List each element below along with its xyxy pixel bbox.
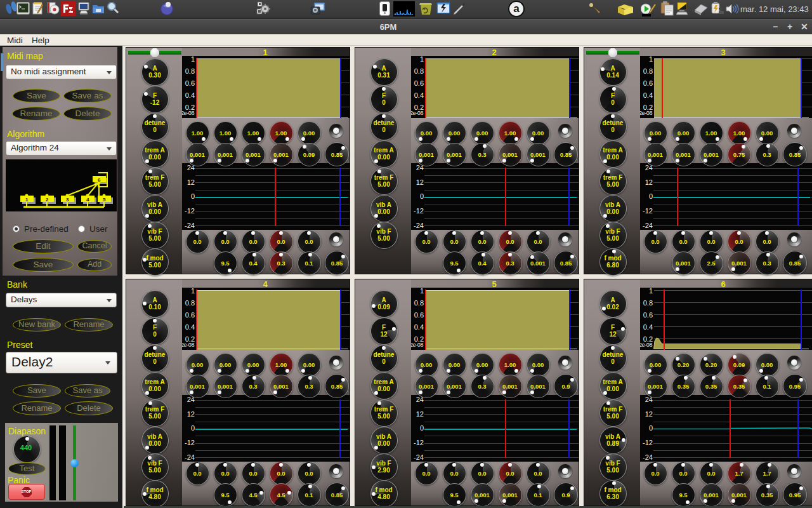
svg-text:4: 4 xyxy=(86,197,89,203)
svg-text:3: 3 xyxy=(66,197,69,203)
svg-text:2: 2 xyxy=(46,197,49,203)
svg-text:1: 1 xyxy=(25,197,29,203)
svg-text:5: 5 xyxy=(103,197,106,203)
svg-text:6: 6 xyxy=(98,177,101,183)
